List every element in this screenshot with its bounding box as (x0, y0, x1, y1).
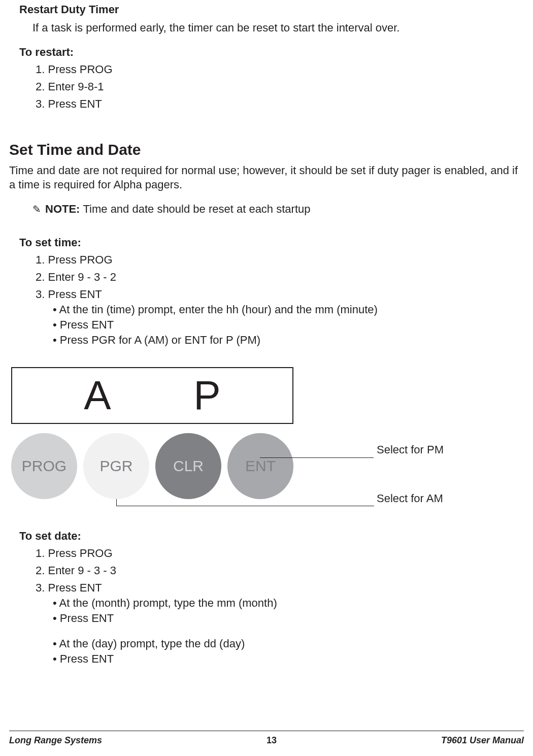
time-bullet-3: • Press PGR for A (AM) or ENT for P (PM) (60, 334, 524, 347)
heading-restart-duty-timer: Restart Duty Timer (19, 3, 524, 16)
pencil-icon: ✎ (32, 203, 41, 215)
restart-step-2: 2. Enter 9-8-1 (49, 80, 524, 93)
clr-button: CLR (155, 433, 221, 499)
restart-step-1: 1. Press PROG (49, 63, 524, 76)
pgr-button: PGR (83, 433, 149, 499)
label-select-am: Select for AM (377, 492, 443, 505)
label-select-pm: Select for PM (377, 443, 444, 456)
connector-line-am (116, 499, 374, 506)
time-bullet-2: • Press ENT (60, 318, 524, 332)
time-bullet-1: • At the tin (time) prompt, enter the hh… (60, 303, 524, 316)
connector-line-pm (260, 457, 374, 458)
display-letter-a: A (84, 372, 111, 419)
ent-button: ENT (227, 433, 293, 499)
date-bullet-b2: • Press ENT (60, 652, 524, 666)
prog-button: PROG (11, 433, 77, 499)
footer-right: T9601 User Manual (441, 735, 524, 746)
date-bullet-a2: • Press ENT (60, 612, 524, 625)
settime-intro: Time and date are not required for norma… (9, 163, 524, 191)
display-box: A P (11, 367, 293, 424)
note-label: NOTE: (45, 203, 80, 216)
note-text: Time and date should be reset at each st… (83, 203, 310, 216)
date-step-2: 2. Enter 9 - 3 - 3 (49, 564, 524, 577)
button-diagram: A P PROG PGR CLR ENT Select for PM Selec… (11, 367, 519, 514)
date-bullet-a1: • At the (month) prompt, type the mm (mo… (60, 597, 524, 610)
restart-desc: If a task is performed early, the timer … (32, 21, 524, 35)
display-letter-p: P (193, 372, 220, 419)
heading-to-set-date: To set date: (19, 530, 524, 543)
heading-to-set-time: To set time: (19, 236, 524, 249)
heading-set-time-and-date: Set Time and Date (9, 141, 524, 158)
time-step-1: 1. Press PROG (49, 253, 524, 267)
restart-step-3: 3. Press ENT (49, 97, 524, 111)
heading-to-restart: To restart: (19, 46, 524, 59)
date-step-1: 1. Press PROG (49, 547, 524, 560)
date-bullet-b1: • At the (day) prompt, type the dd (day) (60, 637, 524, 650)
footer-page-number: 13 (266, 735, 277, 746)
time-step-2: 2. Enter 9 - 3 - 2 (49, 271, 524, 284)
footer-left: Long Range Systems (9, 735, 102, 746)
time-step-3: 3. Press ENT (49, 288, 524, 301)
date-step-3: 3. Press ENT (49, 581, 524, 595)
page-footer: Long Range Systems 13 T9601 User Manual (9, 731, 524, 746)
